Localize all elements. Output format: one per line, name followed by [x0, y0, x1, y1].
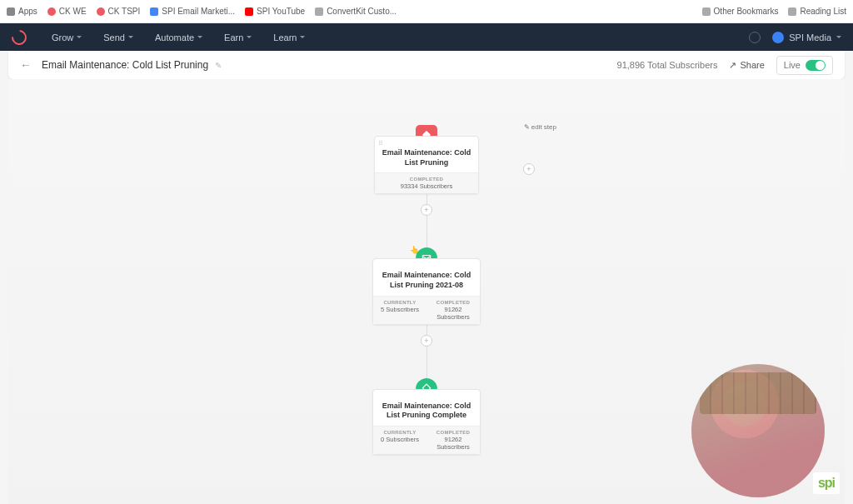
stat-label: CURRENTLY	[375, 430, 425, 435]
bookmark-label: Other Bookmarks	[714, 7, 779, 16]
bookmark-spi-email[interactable]: SPI Email Marketi...	[150, 7, 235, 16]
page-header-right: 91,896 Total Subscribers ↗Share Live	[617, 56, 833, 75]
total-subscribers: 91,896 Total Subscribers	[617, 60, 718, 70]
nav-automate[interactable]: Automate	[155, 32, 202, 42]
back-arrow-icon[interactable]: ←	[20, 58, 33, 72]
bookmark-label: Reading List	[800, 7, 846, 16]
edit-step-button[interactable]: ✎ edit step	[524, 123, 556, 131]
page-title: Email Maintenance: Cold List Pruning	[42, 59, 208, 71]
doc-icon	[150, 7, 158, 16]
page-header: ← Email Maintenance: Cold List Pruning ✎…	[8, 51, 845, 79]
edit-title-icon[interactable]: ✎	[215, 61, 222, 70]
chevron-down-icon	[247, 36, 252, 38]
stat-value: 93334 Subscribers	[377, 182, 476, 190]
share-label: Share	[740, 60, 764, 70]
ck-icon	[97, 7, 105, 16]
bookmark-label: SPI Email Marketi...	[162, 7, 235, 16]
apps-icon	[7, 7, 15, 16]
nav-items: Grow Send Automate Earn Learn	[52, 32, 305, 42]
flow-node-sequence[interactable]: Email Maintenance: Cold List Pruning 202…	[343, 247, 510, 324]
stat-value: 5 Subscribers	[375, 306, 425, 313]
nav-label: Send	[103, 32, 125, 42]
bookmark-ck-we[interactable]: CK WE	[47, 7, 87, 16]
browser-bookmark-bar: Apps CK WE CK TSPI SPI Email Marketi... …	[0, 0, 853, 23]
convertkit-logo-icon[interactable]	[8, 27, 29, 47]
share-button[interactable]: ↗Share	[729, 60, 764, 71]
nav-send[interactable]: Send	[103, 32, 133, 42]
bookmark-label: Apps	[18, 7, 37, 16]
ck-icon	[47, 7, 56, 16]
stat-value: 91262 Subscribers	[428, 306, 478, 321]
toggle-switch-icon	[806, 60, 826, 71]
drag-handle-icon[interactable]: ⠿	[378, 140, 383, 147]
help-icon[interactable]	[749, 32, 761, 43]
presenter-webcam	[691, 364, 825, 497]
bookmark-apps[interactable]: Apps	[7, 7, 37, 16]
page-icon	[315, 7, 323, 16]
add-step-button[interactable]: +	[421, 204, 432, 216]
bookmark-label: SPI YouTube	[257, 7, 305, 16]
flow-connector	[426, 347, 427, 378]
bookmark-label: CK WE	[59, 7, 87, 16]
background-shelf	[700, 372, 816, 414]
nav-label: Learn	[273, 32, 297, 42]
chevron-down-icon	[128, 36, 133, 38]
node-title: Email Maintenance: Cold List Pruning Com…	[373, 390, 480, 426]
node-card[interactable]: Email Maintenance: Cold List Pruning Com…	[372, 389, 481, 455]
share-icon: ↗	[729, 60, 736, 71]
user-name: SPI Media	[789, 32, 831, 42]
bookmark-other[interactable]: Other Bookmarks	[702, 7, 779, 16]
stat-label: CURRENTLY	[375, 300, 425, 305]
bookmark-spi-youtube[interactable]: SPI YouTube	[245, 7, 305, 16]
live-toggle[interactable]: Live	[776, 56, 833, 75]
live-label: Live	[784, 60, 801, 70]
flow-connector	[426, 216, 427, 247]
flow-node-tag[interactable]: Email Maintenance: Cold List Pruning Com…	[343, 378, 510, 455]
bookmark-left-group: Apps CK WE CK TSPI SPI Email Marketi... …	[7, 7, 702, 16]
main-nav: Grow Send Automate Earn Learn SPI Media	[0, 23, 853, 51]
user-menu[interactable]: SPI Media	[772, 32, 841, 43]
bookmark-label: CK TSPI	[108, 7, 141, 16]
nav-right: SPI Media	[749, 32, 841, 43]
stat-label: COMPLETED	[428, 300, 478, 305]
node-title: Email Maintenance: Cold List Pruning	[375, 137, 478, 172]
chevron-down-icon	[836, 36, 841, 38]
nav-label: Grow	[52, 32, 73, 42]
automation-canvas[interactable]: ✎ edit step ⠿ Email Maintenance: Cold Li…	[8, 79, 845, 504]
stat-value: 91262 Subscribers	[428, 436, 478, 451]
bookmark-right-group: Other Bookmarks Reading List	[702, 7, 846, 16]
flow-connector	[426, 325, 427, 335]
nav-label: Earn	[224, 32, 243, 42]
nav-label: Automate	[155, 32, 194, 42]
bookmark-ck-tspi[interactable]: CK TSPI	[97, 7, 141, 16]
chevron-down-icon	[197, 36, 202, 38]
bookmark-reading-list[interactable]: Reading List	[788, 7, 846, 16]
stat-label: COMPLETED	[377, 177, 476, 182]
edit-step-label: edit step	[531, 123, 556, 131]
youtube-icon	[245, 7, 253, 16]
nav-grow[interactable]: Grow	[52, 32, 82, 42]
stat-label: COMPLETED	[428, 430, 478, 435]
flow-node-trigger[interactable]: ✎ edit step ⠿ Email Maintenance: Cold Li…	[343, 125, 510, 194]
list-icon	[788, 7, 796, 16]
node-card[interactable]: Email Maintenance: Cold List Pruning 202…	[372, 258, 481, 324]
bookmark-convertkit[interactable]: ConvertKit Custo...	[315, 7, 397, 16]
flow-connector	[426, 194, 427, 204]
node-card[interactable]: ⠿ Email Maintenance: Cold List Pruning C…	[374, 136, 479, 194]
nav-learn[interactable]: Learn	[273, 32, 305, 42]
chevron-down-icon	[77, 36, 82, 38]
stat-value: 0 Subscribers	[375, 436, 425, 443]
chevron-down-icon	[300, 36, 305, 38]
folder-icon	[702, 7, 711, 16]
bookmark-label: ConvertKit Custo...	[327, 7, 397, 16]
add-step-button[interactable]: +	[421, 335, 432, 347]
user-avatar-icon	[772, 32, 784, 43]
automation-flow: ✎ edit step ⠿ Email Maintenance: Cold Li…	[343, 125, 510, 455]
node-title: Email Maintenance: Cold List Pruning 202…	[373, 259, 480, 295]
add-step-side-button[interactable]: +	[523, 163, 535, 175]
spi-brand-badge: spi	[813, 472, 840, 494]
nav-earn[interactable]: Earn	[224, 32, 252, 42]
